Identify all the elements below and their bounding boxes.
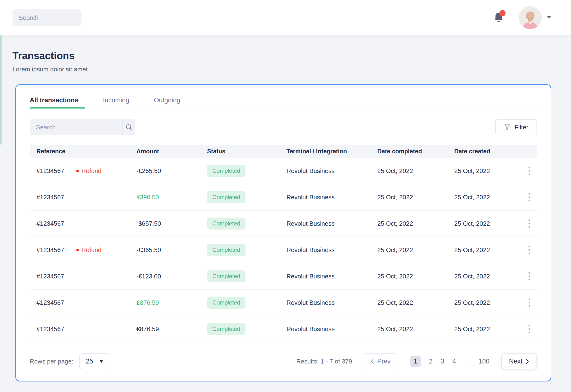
status-badge: Completed [207,323,245,335]
table-toolbar: Filter [30,119,537,135]
results-count: Results: 1 - 7 of 379 [296,358,352,365]
table-row[interactable]: #1234567Refund-£365.50CompletedRevolut B… [30,237,537,263]
column-header-date-created: Date created [454,148,521,155]
main-content: Transactions Lorem ipsum dolor sit amet.… [0,50,571,381]
search-icon[interactable] [123,119,135,135]
next-page-label: Next [509,358,522,365]
cell-status: Completed [207,323,286,335]
table-search-input[interactable] [30,119,123,135]
rows-per-page-label: Rows per page: [30,358,73,365]
cell-terminal: Revolut Business [286,325,377,333]
column-header-amount: Amount [136,148,207,155]
column-header-date-completed: Date completed [377,148,454,155]
table-search-box [30,119,135,135]
pagination-page-100[interactable]: 100 [478,358,489,365]
cell-terminal: Revolut Business [286,273,377,280]
table-body: #1234567Refund-£265.50CompletedRevolut B… [30,158,537,342]
table-row[interactable]: #1234567€876.59CompletedRevolut Business… [30,316,537,342]
status-badge: Completed [207,165,245,177]
tab-outgoing[interactable]: Outgoing [154,96,180,108]
cell-date-completed: 25 Oct, 2022 [377,194,454,201]
column-header-terminal: Terminal / Integration [286,148,377,155]
table-row[interactable]: #1234567Refund-£265.50CompletedRevolut B… [30,158,537,184]
pagination-page-1[interactable]: 1 [410,356,421,367]
cell-date-created: 25 Oct, 2022 [454,299,521,307]
filter-button-label: Filter [514,124,528,131]
pagination-page-2[interactable]: 2 [429,358,432,365]
table-row[interactable]: #1234567-€123.00CompletedRevolut Busines… [30,263,537,290]
top-bar [0,0,571,35]
notification-badge [499,10,506,16]
cell-status: Completed [207,165,286,177]
transactions-card: All transactions Incoming Outgoing [15,84,551,381]
cell-status: Completed [207,218,286,230]
cell-amount: -€123.00 [136,273,207,280]
cell-date-created: 25 Oct, 2022 [454,246,521,254]
cell-amount: ¥390.50 [136,194,207,201]
cell-date-completed: 25 Oct, 2022 [377,246,454,254]
row-actions-kebab-button[interactable] [525,164,533,177]
cell-date-created: 25 Oct, 2022 [454,220,521,227]
cell-terminal: Revolut Business [286,167,377,175]
table-footer: Rows per page: 25 Results: 1 - 7 of 379 … [30,342,537,380]
table-header-row: Reference Amount Status Terminal / Integ… [30,145,537,158]
table-row[interactable]: #1234567¥390.50CompletedRevolut Business… [30,184,537,211]
cell-terminal: Revolut Business [286,220,377,227]
status-badge: Completed [207,244,245,256]
prev-page-button[interactable]: Prev [363,353,399,369]
page-title: Transactions [13,50,558,62]
cell-terminal: Revolut Business [286,194,377,201]
cell-amount: €876.59 [136,325,207,333]
avatar[interactable] [519,6,542,29]
row-actions-kebab-button[interactable] [525,270,533,283]
row-actions-kebab-button[interactable] [525,296,533,309]
global-search-input[interactable] [13,9,82,26]
cell-date-completed: 25 Oct, 2022 [377,220,454,227]
row-actions-kebab-button[interactable] [525,217,533,230]
tabs-bar: All transactions Incoming Outgoing [30,85,537,108]
refund-dot-icon [76,249,79,251]
cell-amount: -£365.50 [136,246,207,254]
cell-terminal: Revolut Business [286,246,377,254]
refund-dot-icon [76,170,79,172]
rows-per-page-select[interactable]: 25 [79,353,110,369]
pagination-page-4[interactable]: 4 [452,358,456,365]
transactions-table: Reference Amount Status Terminal / Integ… [30,145,537,342]
refund-tag: Refund [76,246,102,254]
topbar-right [494,6,553,29]
cell-date-created: 25 Oct, 2022 [454,325,521,333]
profile-menu-chevron[interactable] [545,14,553,21]
status-badge: Completed [207,270,245,282]
chevron-left-icon [370,358,374,364]
status-badge: Completed [207,297,245,309]
tab-all-transactions[interactable]: All transactions [30,96,78,108]
cell-reference: #1234567 [30,273,136,280]
row-actions-kebab-button[interactable] [525,191,533,204]
notification-bell-button[interactable] [494,12,503,24]
cell-amount: £876.59 [136,299,207,307]
table-row[interactable]: #1234567£876.59CompletedRevolut Business… [30,290,537,316]
prev-page-label: Prev [377,358,391,365]
rows-per-page-value: 25 [86,358,93,365]
next-page-button[interactable]: Next [501,353,537,369]
row-actions-kebab-button[interactable] [525,322,533,336]
table-row[interactable]: #1234567-$657.50CompletedRevolut Busines… [30,211,537,237]
filter-button[interactable]: Filter [495,119,537,135]
chevron-right-icon [526,358,529,364]
row-actions-kebab-button[interactable] [525,243,533,256]
cell-date-completed: 25 Oct, 2022 [377,273,454,280]
cell-reference: #1234567 [30,220,136,227]
cell-reference: #1234567Refund [30,246,136,254]
cell-reference: #1234567Refund [30,167,136,175]
column-header-status: Status [207,148,286,155]
cell-reference: #1234567 [30,325,136,333]
pagination-page-3[interactable]: 3 [441,358,444,365]
column-header-reference: Reference [30,148,136,155]
tab-incoming[interactable]: Incoming [103,96,129,108]
cell-date-completed: 25 Oct, 2022 [377,167,454,175]
cell-reference: #1234567 [30,299,136,307]
filter-funnel-icon [504,124,511,131]
global-search-box [13,9,82,26]
cell-reference: #1234567 [30,194,136,201]
cell-status: Completed [207,297,286,309]
